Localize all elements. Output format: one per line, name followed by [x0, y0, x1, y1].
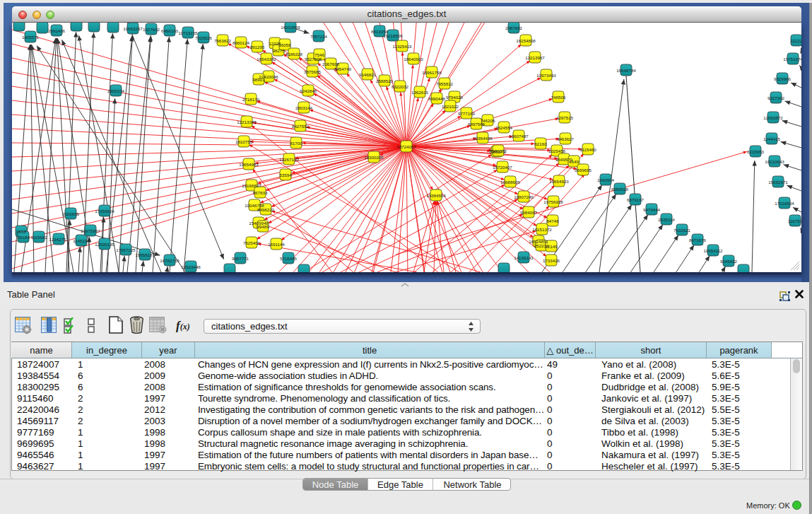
svg-text:7632621: 7632621 [673, 228, 691, 233]
svg-text:7955812: 7955812 [436, 81, 454, 86]
svg-text:8215953: 8215953 [747, 149, 765, 154]
svg-text:10688609: 10688609 [500, 180, 520, 185]
svg-text:5716485: 5716485 [280, 256, 298, 261]
svg-text:9146821: 9146821 [359, 72, 377, 77]
svg-text:1145194: 1145194 [73, 238, 90, 243]
svg-text:4649: 4649 [569, 159, 579, 164]
svg-text:1025458: 1025458 [548, 148, 566, 153]
svg-text:3624554: 3624554 [495, 125, 513, 130]
svg-text:81700: 81700 [290, 141, 302, 146]
svg-text:9245652: 9245652 [720, 259, 738, 264]
svg-text:1691144: 1691144 [268, 242, 285, 247]
svg-text:7546: 7546 [314, 52, 324, 57]
svg-text:10973493: 10973493 [536, 73, 556, 78]
svg-text:8186328: 8186328 [286, 52, 303, 57]
svg-text:2588520: 2588520 [376, 78, 394, 83]
svg-text:9527508: 9527508 [305, 57, 322, 62]
svg-text:116753: 116753 [788, 218, 801, 223]
svg-text:84746: 84746 [546, 218, 559, 223]
svg-text:7515526: 7515526 [195, 35, 213, 40]
svg-text:9794028: 9794028 [446, 95, 464, 100]
svg-text:8471676: 8471676 [689, 238, 707, 243]
svg-text:19384554: 19384554 [426, 193, 446, 198]
svg-text:16961758: 16961758 [422, 70, 442, 75]
svg-text:2691406: 2691406 [48, 28, 66, 33]
svg-text:17957225: 17957225 [116, 247, 136, 252]
svg-text:7625402: 7625402 [243, 240, 261, 245]
svg-text:1297515: 1297515 [556, 115, 574, 120]
svg-text:17359924: 17359924 [95, 209, 114, 214]
svg-text:19654983: 19654983 [239, 162, 259, 167]
svg-text:99489: 99489 [257, 224, 269, 229]
svg-text:9329966: 9329966 [774, 76, 792, 81]
svg-text:891295: 891295 [250, 45, 265, 49]
svg-text:10719155: 10719155 [178, 30, 198, 35]
svg-text:12093872: 12093872 [763, 115, 783, 120]
svg-text:9474444: 9474444 [643, 207, 661, 212]
svg-text:746206: 746206 [481, 118, 495, 123]
svg-text:12213967: 12213967 [525, 55, 545, 60]
svg-text:1362615: 1362615 [411, 90, 429, 95]
svg-text:98901: 98901 [252, 77, 265, 82]
svg-text:12149: 12149 [545, 244, 558, 249]
svg-text:14136141: 14136141 [514, 255, 534, 260]
svg-text:1810755: 1810755 [235, 139, 253, 144]
svg-text:9463627: 9463627 [557, 136, 575, 141]
svg-text:19958187: 19958187 [135, 252, 155, 257]
svg-text:16210643: 16210643 [765, 159, 784, 164]
svg-text:1244415: 1244415 [763, 136, 781, 141]
svg-text:9242848: 9242848 [300, 88, 317, 93]
svg-text:18300295: 18300295 [364, 155, 384, 160]
svg-text:1405571: 1405571 [22, 35, 40, 40]
svg-text:7986372: 7986372 [490, 148, 507, 153]
svg-text:8427552: 8427552 [292, 124, 310, 129]
svg-text:8990448: 8990448 [428, 96, 446, 101]
svg-text:19756928: 19756928 [543, 199, 563, 204]
svg-text:15751074: 15751074 [783, 57, 801, 62]
svg-text:9084067: 9084067 [520, 210, 538, 215]
svg-text:2935114: 2935114 [658, 217, 675, 222]
svg-text:12213389: 12213389 [237, 119, 257, 124]
svg-text:8958928: 8958928 [611, 187, 629, 192]
svg-text:2367608: 2367608 [322, 62, 340, 66]
svg-text:10653267: 10653267 [123, 26, 143, 31]
svg-text:16648784: 16648784 [616, 68, 636, 73]
svg-text:16543382: 16543382 [257, 57, 276, 62]
svg-text:11122: 11122 [791, 38, 801, 43]
svg-text:1640954: 1640954 [597, 177, 615, 182]
svg-text:15720407: 15720407 [493, 165, 512, 170]
svg-text:23975867: 23975867 [81, 228, 100, 233]
svg-text:16058: 16058 [278, 42, 291, 47]
svg-text:8322032: 8322032 [392, 84, 409, 89]
svg-text:12505135: 12505135 [95, 242, 114, 247]
svg-text:7663822: 7663822 [214, 38, 232, 43]
svg-text:16033809: 16033809 [281, 25, 300, 30]
svg-text:10607487: 10607487 [509, 134, 529, 139]
svg-text:3875685: 3875685 [304, 69, 322, 74]
svg-text:2087682: 2087682 [505, 25, 523, 30]
svg-text:1621022: 1621022 [442, 104, 459, 109]
svg-text:2718170: 2718170 [242, 97, 260, 102]
svg-text:8660124: 8660124 [233, 40, 250, 45]
svg-text:20364436: 20364436 [473, 136, 493, 141]
svg-text:98275: 98275 [272, 48, 285, 53]
svg-text:18640910: 18640910 [404, 57, 423, 62]
svg-text:9227342: 9227342 [767, 95, 785, 100]
svg-text:15692971: 15692971 [768, 180, 788, 185]
svg-text:12923448: 12923448 [181, 264, 201, 269]
svg-text:2803144: 2803144 [295, 105, 313, 110]
svg-text:7857224: 7857224 [310, 34, 328, 39]
svg-text:9115460: 9115460 [579, 147, 596, 152]
svg-text:9777169: 9777169 [458, 111, 476, 116]
svg-text:10654112: 10654112 [703, 248, 723, 253]
svg-text:16154808: 16154808 [516, 38, 536, 43]
svg-text:1115682: 1115682 [30, 235, 47, 240]
svg-text:18724007: 18724007 [396, 144, 416, 149]
svg-text:17016504: 17016504 [775, 201, 794, 206]
svg-text:748506: 748506 [551, 95, 566, 100]
svg-text:18807249: 18807249 [514, 194, 534, 199]
svg-text:62160: 62160 [534, 141, 547, 146]
svg-text:8454749: 8454749 [334, 66, 352, 71]
svg-text:6879197: 6879197 [627, 197, 645, 202]
svg-text:16782759: 16782759 [160, 258, 180, 263]
